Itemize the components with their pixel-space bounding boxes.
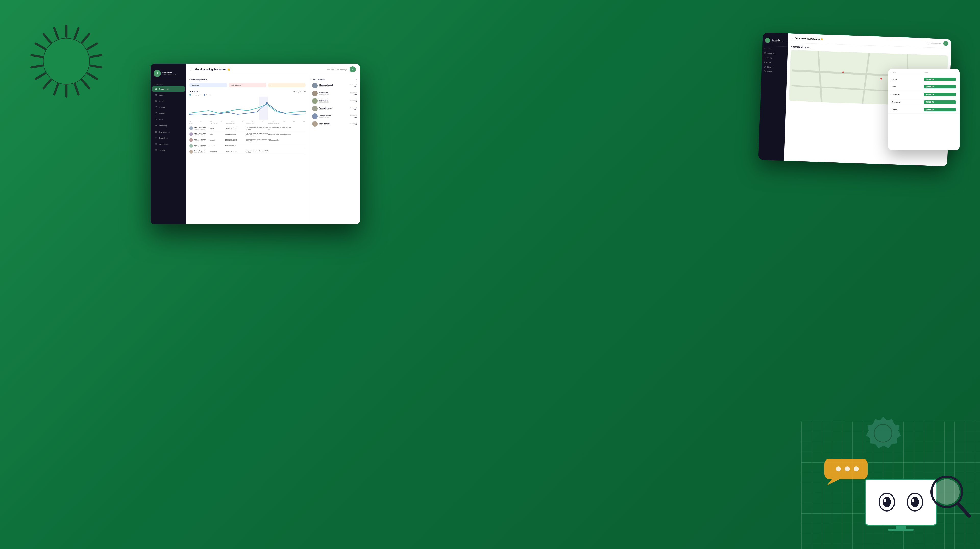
driver-name-2: Brian Reed: [319, 100, 349, 101]
sidebar-user-phone: +386 000 406-10-15: [162, 74, 176, 76]
back-sidebar: Samantha +386 000 406-10-15 MAIN MENU ⊞ …: [759, 32, 788, 161]
sidebar-item-branches[interactable]: ⑂ Branches: [152, 135, 185, 141]
top-bar: ☰ Good morning, Maharram 👋 you have 1 ne…: [186, 64, 360, 75]
car-comfort-2: comfort: [210, 139, 225, 141]
content-area: Knowledge base Total Orders → Total Earn…: [186, 75, 360, 224]
drivers-icon: ◯: [155, 112, 158, 115]
sidebar-item-dashboard-label: Dashboard: [159, 88, 169, 90]
car-comfort-0: simple: [210, 127, 225, 129]
finish-2: 76 Massacre d'Oro: [269, 139, 291, 141]
back-sidebar-drivers[interactable]: ◯ Drivers: [761, 69, 787, 74]
table-row: Sierra Ferguson +982 141 441-01-10 elite…: [189, 131, 306, 137]
driver-income-5: $ 98: [350, 124, 357, 125]
sidebar-menu-label: MAIN MENU: [151, 83, 186, 86]
month-oct: Oct: [283, 121, 285, 122]
driver-avatar-3: [312, 106, 318, 111]
col-finish-location: Finish Location: [269, 123, 291, 124]
driver-avatar-4: [312, 113, 318, 119]
svg-line-8: [75, 84, 79, 94]
sidebar-item-settings[interactable]: ⚙ Settings: [152, 148, 185, 153]
chart-months: Jan Feb Mar Apr May Jun Jul Aug Sep Oct …: [189, 121, 306, 122]
top-drivers-nav[interactable]: ›: [356, 78, 357, 81]
statistics-header: Statistic ◀ Aug 2022 ▶: [189, 90, 306, 92]
stat-card-orders: Total Orders →: [189, 83, 227, 87]
table-header: User Car Comfort Ordered Time Start Loca…: [189, 122, 306, 125]
finish-0: 151 Bear Acre, Forbell Street, Simmone, …: [269, 127, 291, 130]
driver-stats-0: Orders: 5 $ 98: [350, 84, 357, 87]
start-4: 1 Kuyil Toparis istonisi, Simmone 10001,…: [245, 150, 269, 153]
driver-avatar-2: [312, 98, 318, 104]
sidebar-item-moderators[interactable]: ⚙ Moderators: [152, 141, 185, 147]
driver-row-1: Gina Garza ID: Res. 000. 000 Orders: 5 $…: [312, 90, 357, 96]
sidebar-item-carclasses[interactable]: ▤ Car classes: [152, 129, 185, 135]
sidebar-item-clients[interactable]: ◯ Clients: [152, 105, 185, 110]
svg-line-12: [36, 73, 45, 79]
branches-icon: ⑂: [155, 136, 158, 139]
sunburst-logo: [25, 21, 107, 102]
sidebar-item-rides[interactable]: ◎ Rides: [152, 98, 185, 104]
driver-avatar-1: [312, 90, 318, 96]
car-comfort-4: convenient: [210, 151, 225, 152]
legend-exams-dot: [204, 94, 205, 96]
driver-info-5: Juan Steward ID: Res. 000. 000: [319, 122, 349, 126]
orders-icon: ◻: [155, 94, 158, 97]
svg-line-13: [32, 65, 42, 67]
legend-avg-label: Average grade: [192, 94, 202, 96]
greeting-text: Good morning, Maharram 👋: [195, 68, 327, 71]
right-panel: Top Drivers › Maharrim Hasanli ID: Res. …: [309, 75, 360, 224]
stat-other-label: →: [270, 84, 272, 86]
svg-line-14: [32, 55, 42, 57]
month-mar: Mar: [210, 121, 212, 122]
svg-line-17: [54, 28, 58, 38]
menu-icon[interactable]: ☰: [190, 68, 193, 71]
rides-icon: ◎: [155, 100, 158, 103]
month-nov: Nov: [293, 121, 295, 122]
svg-rect-46: [888, 529, 914, 531]
svg-rect-28: [259, 97, 268, 120]
sidebar-user: S Samantha +386 000 406-10-15: [151, 68, 186, 81]
col-ordered-time: Ordered Time: [225, 123, 245, 124]
table-user-cell: Sierra Ferguson +982 141 441-01-10: [189, 127, 210, 130]
col-car-comfort: Car Comfort: [210, 123, 225, 124]
stats-row: Total Orders → Total Earnings → →: [189, 83, 306, 87]
legend-exams-label: Exams: [206, 94, 210, 96]
svg-line-5: [91, 65, 101, 67]
start-2: 76 Massacre d'Oro Teyrant, Simmone 10001…: [245, 138, 269, 141]
time-2: 14.05.2021 20:11: [225, 139, 245, 141]
chart-legend: Average grade Exams: [189, 94, 306, 96]
chart-nav-prev[interactable]: ◀: [293, 90, 295, 92]
svg-point-18: [43, 38, 89, 84]
sidebar-item-shift[interactable]: ◷ Shift: [152, 117, 185, 122]
stat-orders-label: Total Orders →: [191, 84, 202, 86]
sidebar-item-livemap[interactable]: ⊙ Live map: [152, 123, 185, 129]
driver-name-1: Gina Garza: [319, 92, 349, 94]
table-user-cell: Sierra Ferguson +982 141 441-01-10: [189, 144, 210, 148]
user-sub-0: +982 141 441-01-10: [194, 128, 206, 130]
sidebar-item-dashboard[interactable]: ⊞ Dashboard: [152, 86, 185, 92]
sidebar-item-carclasses-label: Car classes: [159, 131, 170, 133]
legend-avg-grade: Average grade: [189, 94, 202, 96]
driver-income-4: $ 98: [350, 116, 357, 118]
driver-info-2: Brian Reed ID: Res. 000. 000: [319, 100, 349, 103]
chat-bubble-illustration: [822, 456, 873, 488]
sidebar-item-rides-label: Rides: [159, 100, 164, 103]
chart-nav-next[interactable]: ▶: [304, 90, 306, 92]
table-row: Sierra Ferguson +982 141 441-01-10 comfo…: [189, 137, 306, 143]
sidebar-item-settings-label: Settings: [159, 149, 166, 151]
svg-point-41: [884, 499, 886, 502]
chart-nav[interactable]: ◀ Aug 2022 ▶: [293, 90, 306, 92]
left-panel: Knowledge base Total Orders → Total Earn…: [186, 75, 309, 224]
table-user-cell: Sierra Ferguson +982 141 441-01-10: [189, 138, 210, 142]
price-header-price: Price: [924, 72, 956, 74]
time-0: 04.11.2021 10:20: [225, 127, 245, 129]
price-header-class: Class: [892, 72, 924, 74]
driver-row-4: Joseph Brooks ID: Res. 000. 000 Orders: …: [312, 113, 357, 119]
sidebar-item-orders-label: Orders: [159, 94, 165, 97]
sidebar-item-drivers[interactable]: ◯ Drivers: [152, 111, 185, 116]
finish-1: 21 Apostolis Grigas technika, Simmone: [269, 133, 291, 135]
sidebar-item-orders[interactable]: ◻ Orders: [152, 92, 185, 98]
month-jul: Jul: [251, 121, 253, 122]
settings-icon: ⚙: [155, 149, 158, 151]
month-dec: Dec: [304, 121, 306, 122]
driver-stats-1: Orders: 5 $ 15: [350, 92, 357, 95]
